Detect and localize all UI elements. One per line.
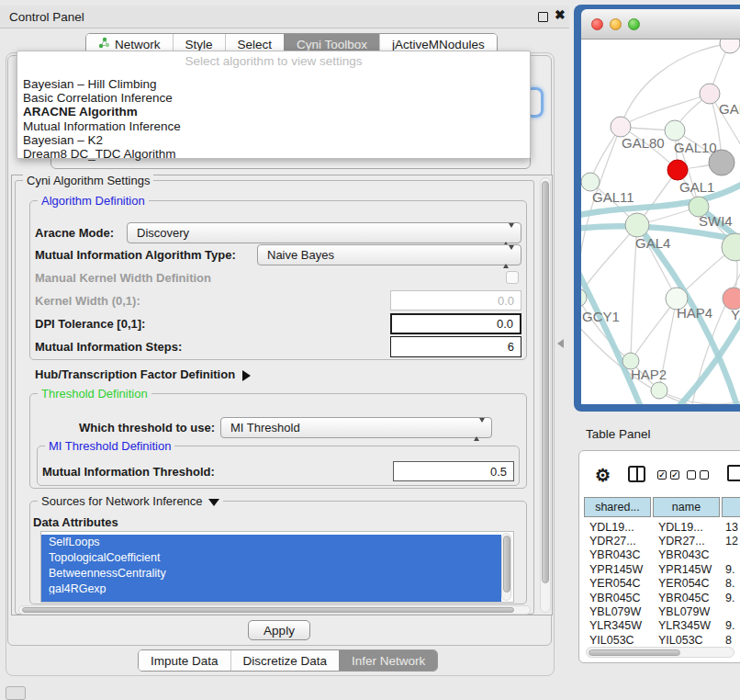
- node-gal1[interactable]: [667, 160, 688, 180]
- algorithm-option-bayesian-hill-climbing[interactable]: Bayesian – Hill Climbing: [21, 77, 530, 91]
- tab-label: Network: [115, 38, 161, 51]
- tab-label: Infer Network: [352, 654, 425, 668]
- mi-algorithm-type-label: Mutual Information Algorithm Type:: [35, 248, 236, 262]
- table-cell: YPR145W: [584, 563, 653, 576]
- algorithm-definition-title: Algorithm Definition: [38, 194, 149, 208]
- node-bottom[interactable]: [651, 382, 667, 399]
- table-cell: 12: [722, 535, 740, 548]
- network-window-titlebar[interactable]: [581, 9, 740, 40]
- attribute-item-selfloops[interactable]: SelfLoops: [41, 535, 501, 550]
- table-cell: YLR345W: [653, 619, 722, 632]
- network-edge: [581, 225, 637, 298]
- node-label-swi4: SWI4: [699, 213, 733, 229]
- node-gal11[interactable]: [581, 173, 600, 191]
- algorithm-dropdown-placeholder: Select algorithm to view settings: [17, 54, 530, 71]
- attribute-items: SelfLoopsTopologicalCoefficientBetweenne…: [41, 535, 513, 597]
- list-scrollbar-thumb[interactable]: [503, 536, 510, 593]
- export-table-icon[interactable]: [727, 465, 740, 481]
- column-header-cut[interactable]: [722, 497, 740, 517]
- table-cell: YER054C: [584, 577, 653, 590]
- algorithm-option-basic-correlation-inference[interactable]: Basic Correlation Inference: [21, 91, 530, 105]
- table-row[interactable]: YER054CYER054C8.: [584, 577, 740, 591]
- collapse-down-icon: [208, 499, 219, 506]
- table-cell: YBR043C: [584, 548, 653, 561]
- algorithm-option-mutual-information-inference[interactable]: Mutual Information Inference: [21, 119, 530, 133]
- table-cell: YBL079W: [584, 605, 653, 618]
- spinner-arrows-icon: [503, 250, 514, 264]
- settings-vscrollbar-thumb[interactable]: [542, 181, 549, 583]
- table-row[interactable]: YDL19...YDL19...13: [584, 520, 740, 534]
- attribute-item-topologicalcoefficient[interactable]: TopologicalCoefficient: [41, 550, 501, 566]
- node-gal4[interactable]: [625, 213, 649, 237]
- settings-vertical-scrollbar[interactable]: [540, 177, 551, 613]
- zoom-window-icon[interactable]: [628, 18, 640, 30]
- table-horizontal-scrollbar[interactable]: [586, 647, 734, 658]
- select-all-columns-icon[interactable]: ✓✓: [657, 470, 679, 480]
- dpi-tolerance-field[interactable]: 0.0: [390, 313, 521, 334]
- table-row[interactable]: YIL053CYIL053C8: [584, 633, 740, 647]
- algorithm-option-dream8-dc-tdc-algorithm[interactable]: Dream8 DC_TDC Algorithm: [21, 147, 530, 161]
- settings-hscrollbar-thumb[interactable]: [22, 607, 514, 613]
- table-row[interactable]: YLR345WYLR345W9.: [584, 619, 740, 633]
- tab-label: Style: [185, 38, 213, 51]
- node-gal80[interactable]: [611, 117, 631, 137]
- algorithm-option-aracne-algorithm[interactable]: ARACNE Algorithm: [21, 105, 530, 119]
- hub-definition-toggle[interactable]: Hub/Transcription Factor Definition: [35, 367, 251, 381]
- table-row[interactable]: YPR145WYPR145W9.: [584, 562, 740, 576]
- splitpane-collapse-icon[interactable]: [557, 339, 564, 348]
- table-cell: YBR045C: [584, 592, 653, 604]
- tab-label: jActiveMNodules: [392, 38, 485, 51]
- apply-button[interactable]: Apply: [248, 620, 310, 640]
- table-settings-gear-icon[interactable]: ⚙: [595, 465, 611, 486]
- mi-steps-field[interactable]: 6: [390, 336, 521, 357]
- mi-algorithm-type-select[interactable]: Naive Bayes: [257, 244, 521, 265]
- deselect-all-columns-icon[interactable]: [687, 470, 709, 480]
- node-top[interactable]: [720, 40, 740, 53]
- mi-steps-label: Mutual Information Steps:: [35, 340, 182, 354]
- bottom-left-partial-button[interactable]: [6, 686, 26, 700]
- node-gal10[interactable]: [665, 120, 685, 141]
- manual-kernel-width-checkbox[interactable]: [506, 271, 519, 284]
- close-window-icon[interactable]: [591, 18, 603, 30]
- tab-impute-data[interactable]: Impute Data: [139, 650, 230, 671]
- float-window-icon[interactable]: [538, 12, 548, 22]
- table-header-row: shared...name: [584, 497, 740, 517]
- network-canvas[interactable]: GALGAL80GAL10GAL1GAL11SWI4GAL4GCY1HAP4YH…: [581, 40, 740, 404]
- hub-definition-label: Hub/Transcription Factor Definition: [35, 367, 235, 381]
- which-threshold-value: MI Threshold: [230, 421, 300, 435]
- expand-right-icon: [242, 370, 251, 381]
- which-threshold-select[interactable]: MI Threshold: [220, 417, 492, 438]
- table-row[interactable]: YBL079WYBL079W: [584, 604, 740, 618]
- table-row[interactable]: YDR27...YDR27...12: [584, 534, 740, 548]
- algorithm-option-bayesian-k2[interactable]: Bayesian – K2: [21, 133, 530, 147]
- table-hscrollbar-thumb[interactable]: [589, 649, 680, 656]
- node-gal-right[interactable]: [700, 84, 720, 104]
- network-edge-highlighted: [581, 267, 644, 404]
- settings-horizontal-scrollbar[interactable]: [18, 605, 531, 615]
- sources-group-title[interactable]: Sources for Network Inference: [38, 494, 223, 508]
- mi-threshold-field[interactable]: 0.5: [393, 461, 514, 481]
- table-row[interactable]: YBR045CYBR045C9.: [584, 591, 740, 604]
- tab-infer-network[interactable]: Infer Network: [339, 650, 437, 671]
- table-cell: YLR345W: [584, 619, 653, 632]
- attribute-item-partial[interactable]: [41, 594, 501, 603]
- tab-label: Impute Data: [151, 654, 219, 668]
- aracne-mode-value: Discovery: [137, 226, 189, 240]
- close-panel-icon[interactable]: ✖: [555, 7, 566, 22]
- node-label-gal10: GAL10: [674, 140, 717, 155]
- table-row[interactable]: YBR043CYBR043C: [584, 548, 740, 562]
- node-label-y: Y: [731, 307, 740, 322]
- tab-discretize-data[interactable]: Discretize Data: [230, 650, 340, 671]
- column-header-name[interactable]: name: [653, 497, 720, 517]
- kernel-width-label: Kernel Width (0,1):: [35, 294, 140, 308]
- split-columns-icon[interactable]: [628, 466, 645, 482]
- column-header-shared-[interactable]: shared...: [584, 497, 651, 517]
- kernel-width-field[interactable]: 0.0: [390, 290, 521, 310]
- aracne-mode-select[interactable]: Discovery: [127, 222, 521, 243]
- table-cell: YIL053C: [584, 634, 653, 647]
- spinner-arrows-icon: [474, 423, 485, 436]
- list-vertical-scrollbar[interactable]: [501, 533, 511, 601]
- minimize-window-icon[interactable]: [610, 18, 622, 30]
- mi-algorithm-type-value: Naive Bayes: [267, 248, 334, 262]
- attribute-item-betweennesscentrality[interactable]: BetweennessCentrality: [41, 566, 501, 581]
